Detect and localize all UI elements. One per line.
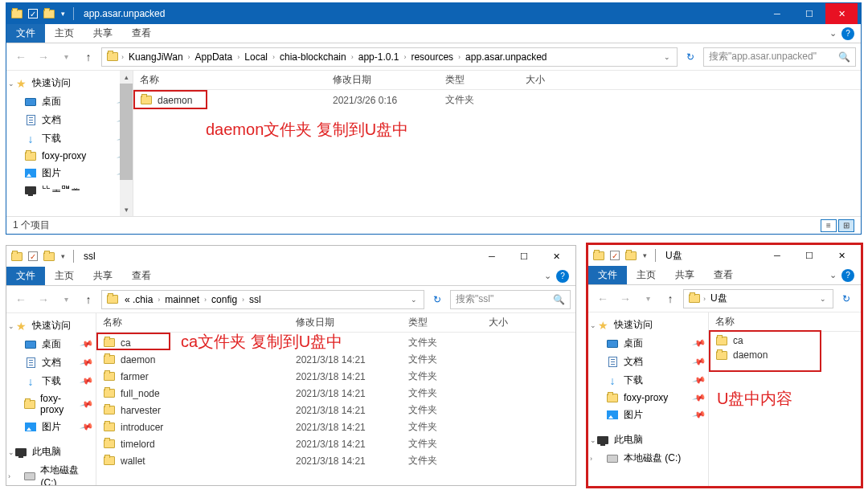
sidebar-quick-access[interactable]: ⌄★快速访问 [588,316,708,334]
qat-dropdown-icon[interactable]: ▾ [58,252,68,260]
col-name[interactable]: 名称 [140,73,333,87]
chevron-down-icon[interactable]: ⌄ [8,322,14,330]
titlebar[interactable]: ✓ ▾ app.asar.unpacked ─ ☐ ✕ [6,3,861,24]
breadcrumb-segment[interactable]: app.asar.unpacked [462,51,550,63]
ribbon-expand[interactable]: ⌄? [823,24,861,43]
chevron-right-icon[interactable]: › [242,296,244,304]
sidebar-item-disk-c[interactable]: ›本地磁盘 (C:) [6,461,96,485]
sidebar-quick-access[interactable]: ⌄★快速访问 [6,316,96,335]
titlebar[interactable]: ✓ ▾ U盘 ─ ☐ ✕ [588,245,861,266]
file-row[interactable]: daemon [715,348,854,362]
sidebar-item-disk-c[interactable]: ›本地磁盘 (C:) [588,449,708,468]
breadcrumb-segment[interactable]: AppData [192,51,236,63]
qat-dropdown-icon[interactable]: ▾ [640,251,650,259]
close-button[interactable]: ✕ [825,3,858,24]
sidebar-item-downloads[interactable]: ↓下载📌 [588,371,708,390]
chevron-right-icon[interactable]: › [188,53,190,61]
back-button[interactable]: ← [593,289,612,308]
chevron-down-icon[interactable]: ⌄ [590,436,596,444]
breadcrumb-segment[interactable]: KuangJiWan [125,51,186,63]
minimize-button[interactable]: ─ [761,245,793,266]
breadcrumb-segment[interactable]: resources [407,51,457,63]
qat-dropdown-icon[interactable]: ▾ [58,10,68,18]
tab-view[interactable]: 查看 [704,266,743,284]
tab-home[interactable]: 主页 [45,24,84,43]
col-size[interactable]: 大小 [489,316,569,329]
chevron-down-icon[interactable]: ⌄ [8,80,14,88]
col-date[interactable]: 修改日期 [296,316,408,329]
col-date[interactable]: 修改日期 [333,73,445,87]
sidebar-item-desktop[interactable]: 桌面📌 [6,335,96,353]
maximize-button[interactable]: ☐ [508,246,540,267]
chevron-right-icon[interactable]: › [158,296,160,304]
refresh-button[interactable]: ↻ [681,47,700,67]
file-row[interactable]: wallet2021/3/18 14:21文件夹 [103,452,569,469]
chevron-right-icon[interactable]: › [204,296,207,304]
breadcrumb-prefix[interactable]: « .chia [121,294,156,305]
breadcrumb-segment[interactable]: config [208,294,240,305]
file-row[interactable]: ca文件夹 [103,334,569,351]
col-type[interactable]: 类型 [445,73,526,87]
chevron-down-icon[interactable]: ⌄ [8,448,14,456]
tab-share[interactable]: 共享 [84,267,122,285]
sidebar-item-documents[interactable]: 文档📌 [6,111,133,129]
recent-dropdown[interactable]: ▾ [56,290,76,309]
search-input[interactable]: 搜索"ssl" 🔍 [450,290,571,309]
sidebar-item-extra[interactable]: ᄔᆂᄜᆇ [6,182,133,198]
tab-view[interactable]: 查看 [122,267,161,285]
view-details-button[interactable]: ≡ [821,219,837,232]
file-row[interactable]: daemon 2021/3/26 0:16 文件夹 [140,92,854,108]
ribbon-expand[interactable]: ⌄? [823,266,861,284]
breadcrumb-segment[interactable]: mainnet [162,294,203,305]
close-button[interactable]: ✕ [540,246,572,267]
sidebar-item-downloads[interactable]: ↓下载📌 [6,129,133,148]
qat-checkbox-icon[interactable]: ✓ [26,249,40,263]
tab-share[interactable]: 共享 [84,24,122,43]
tab-view[interactable]: 查看 [122,24,161,43]
maximize-button[interactable]: ☐ [793,3,825,24]
up-button[interactable]: ↑ [661,289,680,308]
maximize-button[interactable]: ☐ [793,245,825,266]
breadcrumb-segment[interactable]: U盘 [707,292,731,305]
up-button[interactable]: ↑ [79,290,98,309]
sidebar-item-foxy[interactable]: foxy-proxy📌 [588,390,708,406]
tab-share[interactable]: 共享 [665,266,704,284]
qat-folder-icon[interactable] [624,248,638,263]
back-button[interactable]: ← [11,290,31,309]
help-icon[interactable]: ? [556,270,569,283]
breadcrumb-segment[interactable]: ssl [246,294,264,305]
chevron-right-icon[interactable]: › [121,53,124,61]
breadcrumb[interactable]: › KuangJiWan› AppData› Local› chia-block… [101,47,678,67]
recent-dropdown[interactable]: ▾ [56,47,76,67]
sidebar-thispc[interactable]: ⌄此电脑 [6,443,96,461]
sidebar-item-desktop[interactable]: 桌面📌 [588,334,708,353]
file-row[interactable]: full_node2021/3/18 14:21文件夹 [103,385,569,402]
col-name[interactable]: 名称 [715,315,854,329]
breadcrumb-dropdown-icon[interactable]: ⌄ [661,53,674,61]
sidebar-thispc[interactable]: ⌄此电脑 [588,431,708,449]
forward-button[interactable]: → [616,289,635,308]
sidebar-item-foxy[interactable]: foxy-proxy📌 [6,148,133,164]
qat-folder-icon[interactable] [42,6,56,21]
chevron-right-icon[interactable]: › [237,53,240,61]
file-row[interactable]: farmer2021/3/18 14:21文件夹 [103,368,569,385]
tab-home[interactable]: 主页 [45,267,84,285]
tab-file[interactable]: 文件 [6,24,45,43]
file-row[interactable]: ca [715,333,854,348]
breadcrumb-segment[interactable]: chia-blockchain [276,51,350,63]
col-size[interactable]: 大小 [526,73,606,87]
minimize-button[interactable]: ─ [476,246,508,267]
sidebar-item-documents[interactable]: 文档📌 [6,353,96,372]
file-row[interactable]: harvester2021/3/18 14:21文件夹 [103,402,569,419]
forward-button[interactable]: → [34,290,53,309]
scroll-thumb[interactable] [120,84,133,180]
titlebar[interactable]: ✓ ▾ ssl ─ ☐ ✕ [6,246,575,267]
sidebar-item-downloads[interactable]: ↓下载📌 [6,372,96,390]
up-button[interactable]: ↑ [79,47,98,67]
ribbon-expand[interactable]: ⌄? [538,267,575,285]
scroll-down-icon[interactable]: ▾ [120,203,133,216]
scroll-up-icon[interactable]: ▴ [120,71,133,84]
breadcrumb[interactable]: › U盘 ⌄ [683,289,833,308]
breadcrumb-dropdown-icon[interactable]: ⌄ [817,295,829,303]
tab-home[interactable]: 主页 [627,266,665,284]
